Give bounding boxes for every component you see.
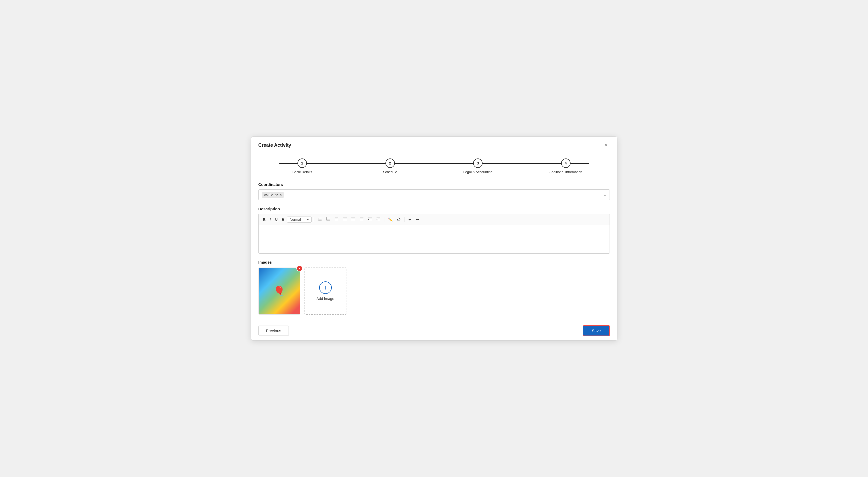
- step-2: 2 Schedule: [346, 159, 434, 174]
- italic-button[interactable]: I: [268, 216, 272, 222]
- eraser-button[interactable]: [395, 216, 402, 223]
- add-image-label: Add Image: [316, 297, 334, 301]
- strikethrough-button[interactable]: S: [280, 216, 286, 222]
- coordinators-section: Coordinators Val Bhuta × ⌄: [258, 182, 610, 200]
- coordinator-name: Val Bhuta: [264, 193, 278, 197]
- balloon-image: 🎈: [259, 268, 300, 314]
- pen-icon-button[interactable]: ✏️: [386, 216, 394, 222]
- images-label: Images: [258, 260, 610, 264]
- toolbar-divider-1: [314, 217, 314, 222]
- modal-body: 1 Basic Details 2 Schedule 3 Legal & Acc…: [251, 152, 617, 321]
- svg-point-4: [318, 220, 318, 221]
- image-remove-button[interactable]: ×: [297, 265, 303, 271]
- step-1-circle: 1: [298, 159, 307, 168]
- undo-button[interactable]: ↩: [407, 216, 413, 222]
- step-4: 4 Additional Information: [522, 159, 610, 174]
- svg-point-2: [318, 219, 318, 220]
- align-right-button[interactable]: [341, 216, 348, 223]
- svg-marker-30: [397, 218, 400, 220]
- align-left-button[interactable]: [333, 216, 340, 223]
- ordered-list-button[interactable]: 1.2.3.: [324, 216, 332, 223]
- step-3-circle: 3: [473, 159, 483, 168]
- format-select[interactable]: Normal Heading 1 Heading 2 Heading 3: [289, 217, 310, 222]
- step-1: 1 Basic Details: [258, 159, 346, 174]
- step-4-label: Additional Information: [549, 170, 582, 174]
- close-button[interactable]: ×: [602, 141, 610, 149]
- step-1-label: Basic Details: [292, 170, 312, 174]
- previous-button[interactable]: Previous: [258, 326, 289, 336]
- coordinators-field[interactable]: Val Bhuta × ⌄: [258, 189, 610, 200]
- create-activity-modal: Create Activity × 1 Basic Details 2 Sche…: [251, 137, 617, 340]
- align-center-button[interactable]: [349, 216, 357, 223]
- bold-button[interactable]: B: [261, 216, 267, 223]
- svg-text:3.: 3.: [326, 219, 327, 221]
- stepper: 1 Basic Details 2 Schedule 3 Legal & Acc…: [258, 159, 610, 174]
- modal-title: Create Activity: [258, 142, 291, 148]
- modal-footer: Previous Save: [251, 321, 617, 340]
- indent-button[interactable]: [366, 216, 374, 223]
- images-section: Images × 🎈 + Add Image: [258, 260, 610, 315]
- description-label: Description: [258, 207, 610, 211]
- step-3-label: Legal & Accounting: [463, 170, 493, 174]
- modal-header: Create Activity ×: [251, 137, 617, 152]
- toolbar-divider-2: [384, 217, 384, 222]
- coordinators-label: Coordinators: [258, 182, 610, 187]
- image-item-1: × 🎈: [258, 268, 300, 315]
- step-4-circle: 4: [561, 159, 570, 168]
- format-select-wrap[interactable]: Normal Heading 1 Heading 2 Heading 3: [287, 216, 312, 223]
- save-button[interactable]: Save: [583, 325, 610, 336]
- redo-button[interactable]: ↪: [414, 216, 421, 222]
- description-editor[interactable]: [258, 225, 610, 254]
- coordinator-tag: Val Bhuta ×: [262, 192, 284, 198]
- outdent-button[interactable]: [375, 216, 382, 223]
- editor-toolbar: B I U S Normal Heading 1 Heading 2 Headi…: [258, 214, 610, 225]
- step-2-label: Schedule: [383, 170, 397, 174]
- underline-button[interactable]: U: [273, 216, 279, 222]
- description-section: Description B I U S Normal Heading 1 Hea…: [258, 207, 610, 254]
- images-grid: × 🎈 + Add Image: [258, 268, 610, 315]
- align-justify-button[interactable]: [358, 216, 365, 223]
- step-3: 3 Legal & Accounting: [434, 159, 522, 174]
- svg-point-0: [318, 218, 318, 218]
- add-image-plus-icon: +: [319, 281, 332, 294]
- step-2-circle: 2: [385, 159, 395, 168]
- unordered-list-button[interactable]: [316, 216, 323, 223]
- coordinator-tags: Val Bhuta ×: [262, 192, 284, 198]
- add-image-button[interactable]: + Add Image: [305, 268, 346, 315]
- coordinator-remove-icon[interactable]: ×: [280, 193, 282, 197]
- coordinators-chevron-icon: ⌄: [603, 193, 607, 197]
